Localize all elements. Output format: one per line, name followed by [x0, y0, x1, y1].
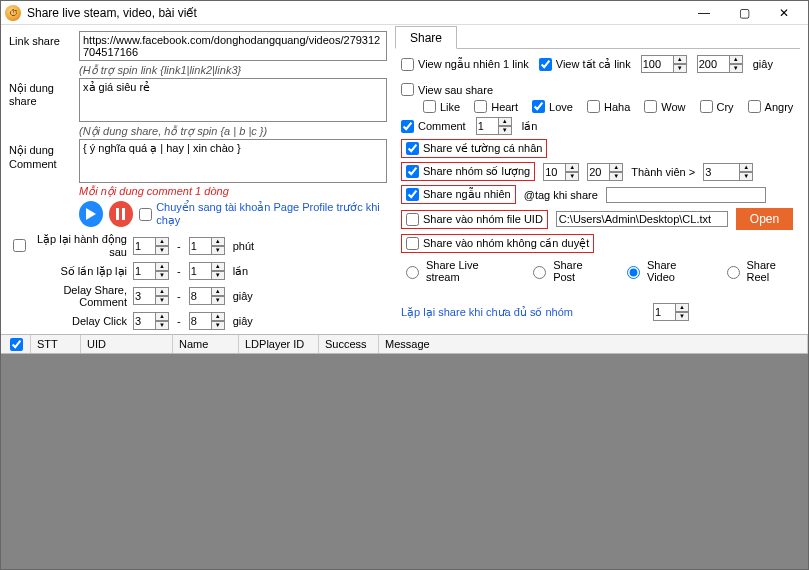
comment-input[interactable]: { ý nghĩa quá ạ | hay | xin chào } [79, 139, 387, 183]
header-name[interactable]: Name [173, 335, 239, 353]
header-stt[interactable]: STT [31, 335, 81, 353]
member-gt-label: Thành viên > [631, 166, 695, 178]
reaction-cry-checkbox[interactable]: Cry [700, 100, 734, 113]
view-after-share-checkbox[interactable]: View sau share [401, 83, 493, 96]
header-select-all[interactable] [1, 335, 31, 353]
svg-marker-0 [86, 208, 96, 220]
one-line-hint: Mỗi nội dung comment 1 dòng [9, 185, 387, 198]
svg-rect-2 [122, 208, 125, 220]
tag-when-share-label: @tag khi share [524, 189, 598, 201]
reaction-love-checkbox[interactable]: Love [532, 100, 573, 113]
repeat-from-spinner[interactable]: ▲▼ [133, 237, 169, 255]
header-ldplayer-id[interactable]: LDPlayer ID [239, 335, 319, 353]
app-window: ⏱ Share live steam, video, bài viết — ▢ … [0, 0, 809, 570]
delay-click-unit: giây [231, 315, 253, 327]
view-from-spinner[interactable]: ▲▼ [641, 55, 687, 73]
group-to-spinner[interactable]: ▲▼ [587, 163, 623, 181]
repeat-count-to-spinner[interactable]: ▲▼ [189, 262, 225, 280]
repeat-count-unit: lần [231, 265, 249, 278]
maximize-button[interactable]: ▢ [724, 1, 764, 25]
switch-account-label: Chuyển sang tài khoản Page Profile trước… [156, 201, 387, 227]
open-file-button[interactable]: Open [736, 208, 793, 230]
link-share-input[interactable]: https://www.facebook.com/donghodangquang… [79, 31, 387, 61]
repeat-count-from-spinner[interactable]: ▲▼ [133, 262, 169, 280]
repeat-action-label: Lặp lại hành động sau [30, 233, 127, 258]
tab-share[interactable]: Share [395, 26, 457, 49]
repeat-share-label: Lặp lại share khi chưa đủ số nhóm [401, 306, 573, 319]
repeat-to-spinner[interactable]: ▲▼ [189, 237, 225, 255]
delay-sc-unit: giây [231, 290, 253, 302]
share-personal-wall-checkbox[interactable]: Share về tường cá nhân [406, 142, 542, 155]
repeat-share-spinner[interactable]: ▲▼ [653, 303, 689, 321]
content-share-label: Nội dung share [9, 78, 79, 107]
titlebar: ⏱ Share live steam, video, bài viết — ▢ … [1, 1, 808, 25]
minimize-button[interactable]: — [684, 1, 724, 25]
member-count-spinner[interactable]: ▲▼ [703, 163, 753, 181]
comment-unit: lần [522, 120, 538, 133]
delay-click-to-spinner[interactable]: ▲▼ [189, 312, 225, 330]
reaction-haha-checkbox[interactable]: Haha [587, 100, 630, 113]
content-share-input[interactable]: xả giá siêu rẻ [79, 78, 387, 122]
delay-sc-from-spinner[interactable]: ▲▼ [133, 287, 169, 305]
view-random-checkbox[interactable]: View ngẫu nhiên 1 link [401, 58, 529, 71]
header-success[interactable]: Success [319, 335, 379, 353]
delay-share-comment-label: Delay Share, Comment [13, 284, 133, 308]
comment-checkbox[interactable]: Comment [401, 120, 466, 133]
svg-rect-1 [116, 208, 119, 220]
view-to-spinner[interactable]: ▲▼ [697, 55, 743, 73]
content-area: Link share https://www.facebook.com/dong… [1, 25, 808, 569]
left-pane: Link share https://www.facebook.com/dong… [1, 25, 391, 334]
content-spin-hint: (Nội dung share, hỗ trợ spin {a | b |c }… [9, 124, 387, 139]
right-pane: Share View ngẫu nhiên 1 link View tất cả… [391, 25, 808, 334]
grid-body[interactable] [1, 354, 808, 569]
reaction-angry-checkbox[interactable]: Angry [748, 100, 794, 113]
group-file-path-input[interactable] [556, 211, 728, 227]
pause-icon [116, 208, 126, 220]
top-panels: Link share https://www.facebook.com/dong… [1, 25, 808, 334]
delay-sc-to-spinner[interactable]: ▲▼ [189, 287, 225, 305]
reaction-heart-checkbox[interactable]: Heart [474, 100, 518, 113]
delay-click-label: Delay Click [13, 315, 133, 327]
header-message[interactable]: Message [379, 335, 808, 353]
view-all-checkbox[interactable]: View tất cả link [539, 58, 631, 71]
close-button[interactable]: ✕ [764, 1, 804, 25]
reaction-like-checkbox[interactable]: Like [423, 100, 460, 113]
share-random-checkbox[interactable]: Share ngẫu nhiên [406, 188, 511, 201]
repeat-unit: phút [231, 240, 254, 252]
group-from-spinner[interactable]: ▲▼ [543, 163, 579, 181]
window-title: Share live steam, video, bài viết [27, 6, 684, 20]
share-post-radio[interactable]: Share Post [528, 259, 604, 283]
play-icon [86, 208, 96, 220]
tab-strip: Share [395, 25, 800, 49]
delay-click-from-spinner[interactable]: ▲▼ [133, 312, 169, 330]
pause-button[interactable] [109, 201, 133, 227]
link-share-label: Link share [9, 31, 79, 47]
tag-input[interactable] [606, 187, 766, 203]
share-group-no-review-checkbox[interactable]: Share vào nhóm không cần duyệt [406, 237, 589, 250]
share-group-file-checkbox[interactable]: Share vào nhóm file UID [406, 213, 543, 226]
share-reel-radio[interactable]: Share Reel [722, 259, 798, 283]
app-icon: ⏱ [5, 5, 21, 21]
view-unit: giây [753, 58, 773, 70]
play-button[interactable] [79, 201, 103, 227]
repeat-action-checkbox[interactable]: Lặp lại hành động sau [13, 233, 127, 258]
reaction-wow-checkbox[interactable]: Wow [644, 100, 685, 113]
share-live-stream-radio[interactable]: Share Live stream [401, 259, 510, 283]
grid-header: STT UID Name LDPlayer ID Success Message [1, 334, 808, 354]
comment-count-spinner[interactable]: ▲▼ [476, 117, 512, 135]
share-video-radio[interactable]: Share Video [622, 259, 704, 283]
share-group-count-checkbox[interactable]: Share nhóm số lượng [406, 165, 530, 178]
header-uid[interactable]: UID [81, 335, 173, 353]
spin-link-hint: (Hỗ trợ spin link {link1|link2|link3} [9, 63, 387, 78]
switch-account-checkbox[interactable]: Chuyển sang tài khoản Page Profile trước… [139, 201, 387, 227]
repeat-count-label: Số lần lặp lại [13, 265, 133, 278]
comment-label: Nội dung Comment [9, 139, 79, 171]
